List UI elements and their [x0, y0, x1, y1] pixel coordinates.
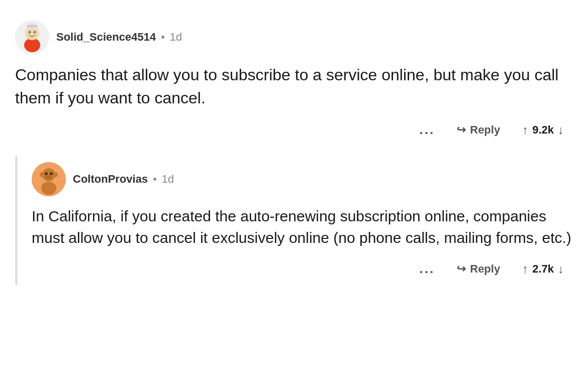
svg-point-4 [34, 31, 36, 34]
svg-point-13 [50, 172, 53, 175]
reply-more-button[interactable]: ... [416, 259, 439, 279]
top-comment: Solid_Science4514 • 1d Companies that al… [15, 12, 573, 148]
reply-downvote-icon: ↓ [558, 262, 564, 276]
top-username: Solid_Science4514 [56, 31, 156, 44]
reply-comment: ColtonProvias • 1d In California, if you… [32, 156, 573, 285]
top-reply-button[interactable]: ↩ Reply [453, 120, 504, 140]
reply-reply-icon: ↩ [457, 263, 466, 276]
upvote-icon: ↑ [522, 123, 528, 137]
top-reply-label: Reply [470, 123, 500, 137]
svg-point-1 [24, 38, 40, 52]
reply-comment-body: In California, if you created the auto-r… [32, 205, 573, 249]
svg-point-11 [53, 172, 58, 177]
reply-upvote-icon: ↑ [522, 262, 528, 276]
top-timestamp: 1d [170, 31, 182, 44]
top-more-button[interactable]: ... [416, 120, 439, 140]
svg-point-15 [41, 182, 56, 195]
top-upvote-button[interactable]: ↑ 9.2k ↓ [518, 120, 568, 140]
svg-point-7 [26, 25, 38, 28]
top-vote-count: 9.2k [532, 123, 554, 137]
reply-icon: ↩ [457, 123, 466, 137]
top-avatar [15, 20, 49, 54]
reply-section: ColtonProvias • 1d In California, if you… [15, 156, 573, 285]
svg-point-14 [46, 175, 52, 179]
top-comment-meta: Solid_Science4514 • 1d [56, 31, 182, 44]
svg-point-3 [29, 31, 31, 34]
top-comment-body: Companies that allow you to subscribe to… [15, 63, 573, 110]
reply-reply-label: Reply [470, 263, 500, 276]
reply-reply-button[interactable]: ↩ Reply [453, 259, 504, 279]
reply-comment-meta: ColtonProvias • 1d [73, 173, 174, 186]
top-dot: • [161, 31, 165, 44]
indent-line [15, 156, 18, 285]
reply-dot: • [153, 173, 157, 186]
reply-comment-actions: ... ↩ Reply ↑ 2.7k ↓ [32, 259, 573, 279]
page-container: Solid_Science4514 • 1d Companies that al… [0, 0, 588, 297]
svg-point-12 [45, 172, 48, 175]
svg-point-10 [40, 172, 45, 177]
reply-comment-header: ColtonProvias • 1d [32, 162, 573, 196]
reply-avatar [32, 162, 66, 196]
reply-username: ColtonProvias [73, 173, 148, 186]
top-comment-actions: ... ↩ Reply ↑ 9.2k ↓ [15, 120, 573, 140]
reply-timestamp: 1d [162, 173, 174, 186]
downvote-icon: ↓ [558, 123, 564, 137]
top-comment-header: Solid_Science4514 • 1d [15, 20, 573, 54]
reply-upvote-button[interactable]: ↑ 2.7k ↓ [518, 259, 568, 279]
reply-vote-count: 2.7k [532, 263, 554, 276]
